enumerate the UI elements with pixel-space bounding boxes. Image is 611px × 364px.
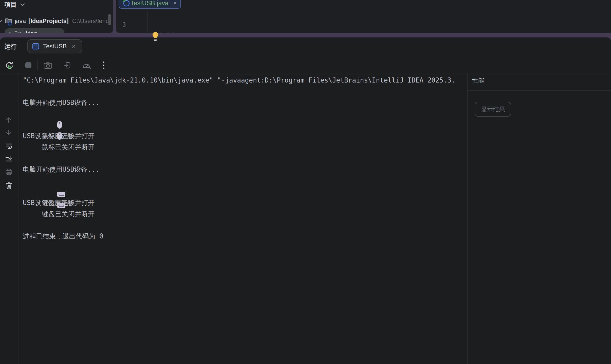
code-line-5[interactable]: 5 public static void main(String[] args)… — [116, 30, 140, 33]
performance-panel-separator — [467, 90, 611, 91]
console-gutter-toolbar — [0, 73, 18, 364]
console-line: 鼠标已关闭并断开 — [18, 119, 467, 130]
console-line: USB设备使用完毕 — [18, 130, 467, 141]
project-scrollbar-thumb[interactable] — [108, 14, 111, 25]
run-toolbar — [5, 61, 105, 70]
tree-item-idea-folder[interactable]: .idea — [5, 28, 64, 33]
console-line: 电脑开始使用USB设备... — [18, 164, 467, 175]
prev-occurrence-arrow-up-icon[interactable] — [5, 116, 12, 125]
console-line: 进程已结束，退出代码为 0 — [18, 231, 467, 242]
run-tab-testusb[interactable]: TestUSB × — [27, 39, 82, 53]
intention-bulb-icon[interactable] — [152, 31, 159, 42]
java-class-run-icon — [123, 0, 127, 7]
console-line: "C:\Program Files\Java\jdk-21.0.10\bin\j… — [18, 75, 467, 86]
editor-tab-testusb-java[interactable]: TestUSB.java × — [119, 0, 181, 9]
memory-snapshot-camera-button[interactable] — [44, 62, 52, 69]
tree-item-path: C:\Users\lenc — [72, 17, 109, 25]
cpu-profiler-gauge-button[interactable] — [82, 62, 91, 69]
console-line: USB设备使用完毕 — [18, 197, 467, 208]
console-line: 键盘已关闭并断开 — [18, 186, 467, 197]
performance-panel-title: 性能 — [472, 76, 484, 85]
rerun-button[interactable] — [5, 61, 14, 70]
print-icon[interactable] — [5, 168, 13, 177]
console-line: 鼠标已连接并打开 — [18, 108, 467, 119]
run-tool-window: 运行 TestUSB × — [0, 37, 611, 364]
chevron-expanded-icon[interactable] — [0, 20, 2, 22]
chevron-collapsed-icon[interactable] — [9, 31, 11, 33]
editor-area: TestUSB.java × 3 // 测试 4 public class Te… — [116, 0, 611, 33]
tree-item-project-root[interactable]: java [IdeaProjects] C:\Users\lenc — [0, 17, 109, 25]
project-tool-window: 项目 java [IdeaProjects] C:\Users\lenc .id… — [0, 0, 113, 33]
attach-profiler-button[interactable] — [63, 62, 71, 69]
tree-item-name: java — [15, 17, 26, 25]
show-results-button[interactable]: 显示结果 — [475, 102, 511, 117]
run-tool-window-title: 运行 — [5, 43, 17, 51]
project-panel-header[interactable]: 项目 — [5, 1, 25, 9]
tree-item-name: .idea — [24, 30, 37, 33]
code-line-3[interactable]: 3 // 测试 — [116, 11, 140, 19]
scroll-to-end-icon[interactable] — [5, 155, 13, 164]
code-line-4[interactable]: 4 public class TestUSB {新 * — [116, 19, 140, 30]
soft-wrap-icon[interactable] — [5, 142, 13, 150]
close-icon[interactable]: × — [173, 0, 177, 6]
performance-panel: 性能 显示结果 — [467, 73, 611, 364]
tree-item-scope: [IdeaProjects] — [28, 17, 69, 25]
project-panel-title: 项目 — [5, 1, 17, 9]
clear-console-trash-icon[interactable] — [5, 181, 13, 191]
close-icon[interactable]: × — [72, 43, 76, 50]
console-icon — [32, 43, 40, 50]
chevron-down-icon[interactable] — [20, 3, 25, 6]
console-output[interactable]: "C:\Program Files\Java\jdk-21.0.10\bin\j… — [18, 73, 467, 364]
console-line: 键盘已连接并打开 — [18, 175, 467, 186]
toolbar-separator — [38, 60, 38, 70]
more-options-kebab-button[interactable] — [102, 61, 105, 70]
run-method-gutter-icon[interactable] — [130, 33, 168, 33]
next-occurrence-arrow-down-icon[interactable] — [5, 129, 12, 137]
stop-button[interactable] — [25, 62, 32, 69]
project-folder-icon — [5, 17, 13, 25]
run-tab-label: TestUSB — [43, 43, 67, 50]
folder-icon — [14, 30, 21, 33]
code-editor-viewport[interactable]: 3 // 测试 4 public class TestUSB {新 * 5 pu… — [116, 11, 611, 33]
console-line: 电脑开始使用USB设备... — [18, 97, 467, 108]
editor-tab-label: TestUSB.java — [131, 0, 169, 7]
